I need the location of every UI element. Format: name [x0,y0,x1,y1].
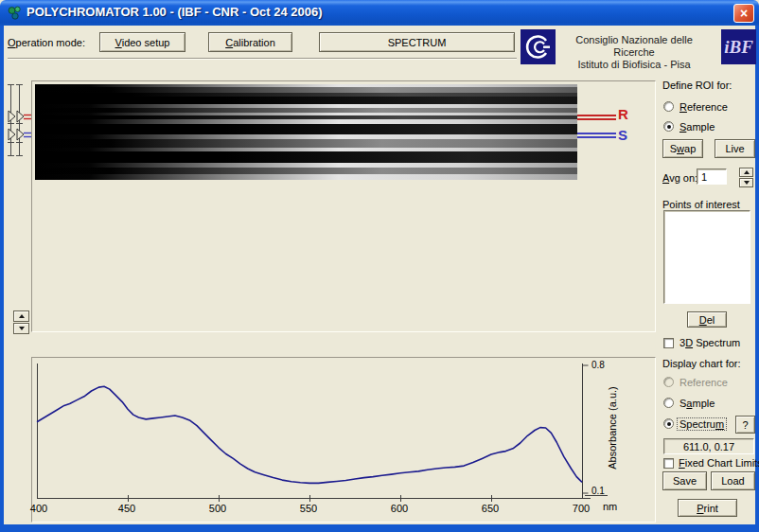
sample-roi-line-top[interactable] [577,133,616,134]
3d-spectrum-checkbox[interactable] [663,338,674,348]
window-border-right [755,26,759,524]
org-line1: Consiglio Nazionale delle Ricerche [558,34,710,59]
close-button[interactable]: × [733,4,754,23]
calibration-label: Calibration [225,37,275,48]
display-sample-label[interactable]: Sample [680,398,715,409]
help-button[interactable]: ? [735,416,755,434]
y-tick-min: 0.1 [591,486,605,496]
cnr-logo [521,29,556,64]
roi-reference-label[interactable]: Reference [680,101,728,113]
reference-roi-line-bottom[interactable] [577,118,616,120]
x-tick-450: 450 [118,503,135,514]
x-tick-650: 650 [482,503,499,514]
chart-plot[interactable] [32,358,655,522]
fixed-chart-limits-checkbox[interactable] [663,458,674,469]
live-label: Live [725,143,744,154]
print-button[interactable]: Print [678,499,737,517]
x-tick-400: 400 [30,503,47,514]
x-tick-550: 550 [300,503,317,514]
ibf-logo-text: iBF [721,29,756,64]
image-scroll-down-button[interactable] [13,323,29,334]
titlebar: POLYCHROMATOR 1.00 - (IBF - CNR - Oct 24… [0,0,759,26]
toolbar-separator [8,58,517,60]
down-arrow-icon [744,181,750,185]
spectrum-mode-button[interactable]: SPECTRUM [319,32,515,52]
spectrometer-camera-image[interactable] [35,84,577,180]
sample-marker-label: S [618,127,627,143]
operation-mode-label: Operation mode: [8,37,85,48]
app-icon [7,5,23,21]
app-window: { "titlebar": { "title": "POLYCHROMATOR … [0,0,759,532]
spectrum-mode-label: SPECTRUM [388,37,447,48]
image-scroll-up-button[interactable] [13,310,29,322]
absorbance-curve [37,386,582,483]
video-setup-label: Video setup [115,37,170,48]
org-line2: Istituto di Biofisica - Pisa [558,59,710,71]
display-spectrum-radio[interactable] [663,418,674,429]
video-setup-button[interactable]: Video setup [99,32,185,52]
display-reference-label: Reference [680,377,728,388]
organization-name: Consiglio Nazionale delle Ricerche Istit… [558,34,710,71]
avg-on-label: Avg on: [662,172,697,184]
points-of-interest-listbox[interactable] [663,210,750,304]
live-button[interactable]: Live [715,139,755,158]
help-label: ? [742,419,748,431]
y-tick-max: 0.8 [591,360,605,370]
cursor-readout-value: 611.0, 0.17 [664,441,753,452]
load-label: Load [721,475,744,487]
display-reference-radio [663,377,674,387]
diffraction-stripes [35,84,577,180]
3d-spectrum-label[interactable]: 3D Spectrum [680,337,740,348]
window-border-left [0,26,4,524]
avg-input[interactable]: 1 [697,168,727,185]
window-border-bottom [0,524,759,532]
x-axis-unit-label: nm [603,501,617,512]
roi-sample-radio[interactable] [663,121,674,132]
reference-roi-line-top[interactable] [577,115,616,116]
up-arrow-icon [19,314,25,318]
up-arrow-icon [744,170,750,174]
close-icon: × [740,6,748,21]
ibf-logo: iBF [721,29,756,64]
cnr-emblem-icon [521,29,556,64]
load-button[interactable]: Load [711,471,755,490]
swap-button[interactable]: Swap [662,139,703,158]
roi-sample-label[interactable]: Sample [680,121,715,133]
points-of-interest-label: Points of interest [662,199,740,210]
display-chart-title: Display chart for: [662,358,741,369]
down-arrow-icon [19,327,25,330]
x-tick-700: 700 [573,503,590,514]
x-tick-500: 500 [209,503,226,514]
cursor-readout-box: 611.0, 0.17 [663,438,754,454]
avg-decrement-button[interactable] [739,178,753,187]
avg-increment-button[interactable] [739,168,753,177]
print-label: Print [697,503,718,514]
sample-roi-line-bottom[interactable] [577,136,616,138]
swap-label: Swap [670,143,697,154]
fixed-chart-limits-label[interactable]: Fixed Chart Limits [679,457,759,469]
y-axis-label: Absorbance (a.u.) [607,386,618,469]
window-title: POLYCHROMATOR 1.00 - (IBF - CNR - Oct 24… [26,5,323,19]
del-label: Del [699,314,715,326]
spectrum-chart-panel: 400 450 500 550 600 650 700 0.8 0.1 Abso… [31,357,656,523]
reference-marker-label: R [618,106,628,122]
save-label: Save [673,475,697,487]
display-spectrum-label[interactable]: Spectrum [678,418,726,430]
define-roi-title: Define ROI for: [662,80,732,91]
x-tick-600: 600 [391,503,408,514]
save-button[interactable]: Save [662,471,707,490]
display-sample-radio[interactable] [663,398,674,408]
avg-value: 1 [701,171,707,183]
roi-reference-radio[interactable] [663,101,674,112]
del-button[interactable]: Del [687,311,727,328]
calibration-button[interactable]: Calibration [208,32,292,52]
chart-axes [37,364,608,502]
